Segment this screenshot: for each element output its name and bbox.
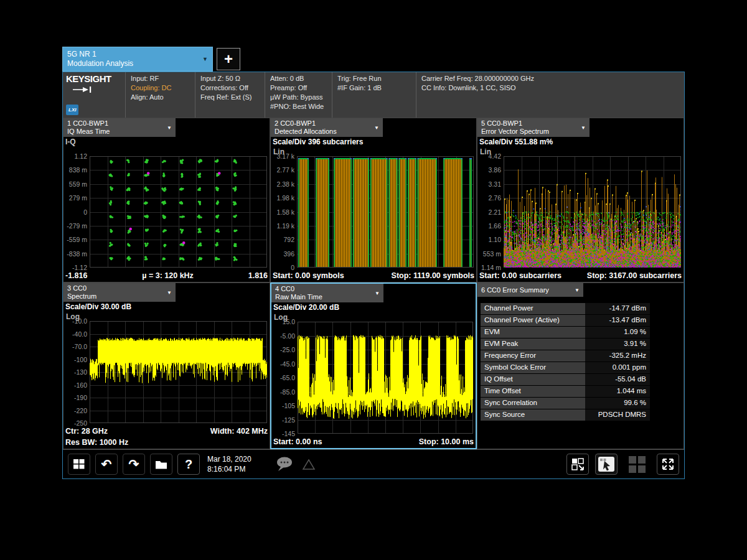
y-axis-tick: -160 [63,381,87,389]
evs-canvas [504,156,681,268]
y-axis-tick: -1.12 [63,264,87,271]
summary-panel-title-dropdown[interactable]: 6 CC0 Error Summary ▼ [477,283,583,297]
summary-metric-value: 99.6 % [585,398,650,409]
trigger-settings[interactable]: Trig: Free Run #IF Gain: 1 dB [332,72,416,118]
y-axis-tick: 1.98 k [271,194,294,202]
date-text: Mar 18, 2020 [207,454,251,464]
summary-metric-label: Symbol Clock Error [481,362,585,373]
y-axis-tick: -10.0 [63,317,87,325]
y-axis-tick: -250 [63,419,87,427]
cc-info: CC Info: Downlink, 1 CC, SISO [421,83,679,93]
y-axis-tick: -279 m [63,222,87,230]
summary-metric-label: EVM Peak [481,338,585,350]
spectrum-plot[interactable]: Log -10.0-40.0-70.0-100-130-160-190-220-… [63,312,270,426]
uw-path-setting: µW Path: Bypass [270,93,327,102]
freq-ref-setting: Freq Ref: Ext (S) [200,93,260,102]
summary-metric-value: -14.77 dBm [585,303,650,314]
folder-icon [154,458,168,470]
y-axis-tick: 2.21 [477,208,501,216]
panel-title: 1 CC0-BWP1 [67,119,165,128]
y-axis-tick: -100 [63,356,87,363]
rawtime-canvas [298,322,473,434]
chevron-down-icon: ▼ [581,125,586,131]
y-axis-tick: -65.0 [271,374,295,381]
summary-metric-value: 0.001 ppm [585,362,650,373]
summary-row: Time Offset1.044 ms [481,386,650,397]
alloc-scale-div: Scale/Div 396 subcarriers [271,137,476,147]
window-layout-button[interactable] [566,454,589,475]
y-axis-tick: 1.66 [477,222,501,230]
impedance-settings[interactable]: Input Z: 50 Ω Corrections: Off Freq Ref:… [195,72,265,118]
rawtime-panel-title-dropdown[interactable]: 4 CC0 Raw Main Time ▼ [271,284,383,302]
evs-plot[interactable]: Lin 4.423.863.312.762.211.661.10553 m1.1… [477,147,684,271]
summary-row: Symbol Clock Error0.001 ppm [481,362,650,373]
iq-constellation-plot[interactable]: 1.12838 m559 m279 m0-279 m-559 m-838 m-1… [63,147,270,271]
y-axis-tick: -25.0 [271,346,295,353]
y-axis-tick: -559 m [63,236,87,243]
help-button[interactable]: ? [177,454,200,475]
panel-title: 3 CC0 [67,284,165,292]
summary-metric-value: -325.2 mHz [585,350,650,362]
y-axis-tick: -5.00 [271,332,295,340]
y-axis-tick: -105 [271,402,295,409]
panel-subtitle: Detected Allocations [275,128,372,136]
y-axis-tick: -220 [63,407,87,414]
windows-start-button[interactable] [68,454,90,475]
grid-view-icon[interactable] [629,456,646,473]
y-axis-tick: -40.0 [63,330,87,338]
iq-canvas [90,156,267,268]
summary-metric-value: 1.09 % [585,327,650,338]
measurement-tab[interactable]: 5G NR 1 Modulation Analysis ▼ [62,47,213,72]
summary-metric-value: -55.04 dB [585,374,650,385]
brand-logo: KEYSIGHT [66,74,125,83]
add-measurement-button[interactable]: + [217,48,240,70]
spectrum-canvas [90,321,267,423]
y-axis-tick: 1.12 [63,152,87,160]
spectrum-panel-title-dropdown[interactable]: 3 CC0 Spectrum ▼ [63,283,176,302]
panel-subtitle: Error Vector Spectrum [481,128,579,136]
redo-button[interactable]: ↷ [123,454,145,475]
message-bubble-icon[interactable] [275,456,295,472]
alloc-x-stop: Stop: 1119.00 symbols [392,271,474,282]
alloc-plot[interactable]: Lin 3.17 k2.77 k2.38 k1.98 k1.58 k1.19 k… [271,147,476,271]
panels-grid: 1 CC0-BWP1 IQ Meas Time ▼ I-Q 1.12838 m5… [63,118,684,449]
windows-icon [72,457,86,471]
y-axis-tick: 3.31 [477,180,501,188]
corrections-setting: Corrections: Off [200,83,260,93]
alloc-panel-title-dropdown[interactable]: 2 CC0-BWP1 Detected Allocations ▼ [271,118,383,137]
rawtime-x-start: Start: 0.00 ns [273,437,322,448]
evs-panel-title-dropdown[interactable]: 5 CC0-BWP1 Error Vector Spectrum ▼ [477,118,590,137]
y-axis-tick: 15.0 [271,318,295,325]
touch-cursor-button[interactable] [595,454,618,475]
y-axis-tick: 3.17 k [271,152,294,160]
fullscreen-button[interactable] [657,454,679,475]
carrier-settings[interactable]: Carrier Ref Freq: 28.000000000 GHz CC In… [416,72,684,118]
window-layout-icon [571,457,585,471]
summary-metric-label: Channel Power (Active) [481,315,585,326]
y-axis-tick: -70.0 [63,343,87,350]
summary-row: EVM Peak3.91 % [481,338,650,350]
panel-error-summary: 6 CC0 Error Summary ▼ Channel Power-14.7… [477,282,684,449]
atten-setting: Atten: 0 dB [270,74,327,83]
chevron-down-icon: ▼ [374,125,379,131]
analyzer-window: 5G NR 1 Modulation Analysis ▼ + KEYSIGHT… [62,47,685,479]
undo-button[interactable]: ↶ [95,454,118,475]
iq-panel-title-dropdown[interactable]: 1 CC0-BWP1 IQ Meas Time ▼ [63,118,176,137]
input-settings[interactable]: Input: RF Coupling: DC Align: Auto [125,72,195,118]
y-axis-tick: 0 [63,208,87,216]
chevron-down-icon: ▼ [202,56,208,62]
y-axis-tick: 792 [271,236,294,243]
spectrum-scale-div: Scale/Div 30.00 dB [63,302,270,312]
panel-title: 4 CC0 [275,285,373,293]
time-text: 8:16:04 PM [207,464,251,474]
y-axis-tick: 1.10 [477,236,501,243]
if-gain-setting: #IF Gain: 1 dB [337,83,411,93]
atten-settings[interactable]: Atten: 0 dB Preamp: Off µW Path: Bypass … [265,72,332,118]
tab-subtitle: Modulation Analysis [67,59,200,68]
chevron-down-icon: ▼ [167,125,172,131]
file-open-button[interactable] [150,454,172,475]
y-axis-tick: 1.14 m [477,264,501,271]
rawtime-plot[interactable]: Log 15.0-5.00-25.0-45.0-65.0-85.0-105-12… [271,313,476,437]
tab-title: 5G NR 1 [67,50,200,59]
spectrum-center-freq: Ctr: 28 GHz [65,426,108,437]
